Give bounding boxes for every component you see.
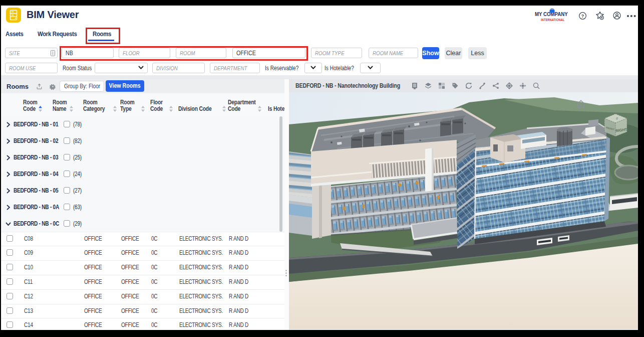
svg-text:?: ? [581,13,584,19]
